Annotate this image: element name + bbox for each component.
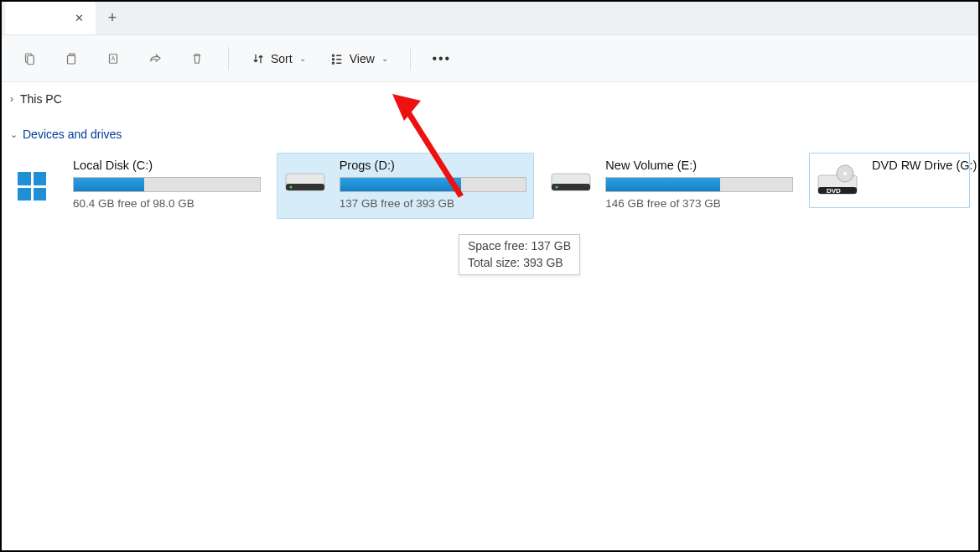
drive-item-progs-d[interactable]: Progs (D:) 137 GB free of 393 GB xyxy=(277,153,535,219)
windows-drive-icon xyxy=(18,159,63,210)
svg-rect-1 xyxy=(28,55,34,65)
drive-name: Local Disk (C:) xyxy=(73,159,261,172)
copy-button[interactable] xyxy=(54,42,89,76)
drive-item-local-disk-c[interactable]: Local Disk (C:) 60.4 GB free of 98.0 GB xyxy=(10,153,268,219)
drive-item-new-volume-e[interactable]: New Volume (E:) 146 GB free of 373 GB xyxy=(542,153,801,219)
storage-bar xyxy=(605,177,793,192)
delete-button[interactable] xyxy=(179,42,215,76)
new-tab-button[interactable]: + xyxy=(96,1,129,34)
tab-bar: ✕ + xyxy=(2,2,978,35)
more-button[interactable]: ••• xyxy=(424,42,459,76)
breadcrumb-bar[interactable]: › This PC xyxy=(2,82,978,116)
drive-free-text: 146 GB free of 373 GB xyxy=(605,197,793,210)
storage-bar xyxy=(340,177,527,192)
cut-button[interactable] xyxy=(12,42,47,76)
chevron-down-icon: ⌄ xyxy=(10,129,18,140)
hdd-icon xyxy=(284,159,329,210)
sort-label: Sort xyxy=(271,52,293,65)
separator xyxy=(410,47,411,70)
drive-name: DVD RW Drive (G:) xyxy=(872,159,977,172)
svg-point-10 xyxy=(289,186,292,189)
chevron-down-icon: ⌄ xyxy=(299,54,306,63)
storage-bar xyxy=(73,177,261,192)
dvd-drive-icon: DVD xyxy=(817,159,862,199)
svg-rect-2 xyxy=(68,55,75,64)
paste-button[interactable]: A xyxy=(96,42,131,76)
view-button[interactable]: View ⌄ xyxy=(321,42,397,76)
tooltip-total-size: Total size: 393 GB xyxy=(468,255,571,272)
file-explorer-window: ✕ + A Sort ⌄ View ⌄ ••• xyxy=(0,0,980,552)
chevron-right-icon: › xyxy=(10,93,13,105)
svg-point-5 xyxy=(332,55,334,56)
drive-tooltip: Space free: 137 GB Total size: 393 GB xyxy=(459,234,580,275)
sort-button[interactable]: Sort ⌄ xyxy=(242,42,314,76)
svg-point-13 xyxy=(556,186,558,189)
close-tab-icon[interactable]: ✕ xyxy=(75,12,84,24)
drive-name: New Volume (E:) xyxy=(605,159,793,172)
group-header-devices[interactable]: ⌄ Devices and drives xyxy=(10,128,970,141)
separator xyxy=(228,47,229,70)
tooltip-space-free: Space free: 137 GB xyxy=(468,238,571,255)
share-button[interactable] xyxy=(137,42,173,76)
drive-item-dvd-rw-g[interactable]: DVD DVD RW Drive (G:) xyxy=(809,153,970,208)
svg-point-7 xyxy=(332,62,334,64)
drive-free-text: 137 GB free of 393 GB xyxy=(340,197,527,210)
group-title: Devices and drives xyxy=(23,128,122,141)
drives-row: Local Disk (C:) 60.4 GB free of 98.0 GB … xyxy=(10,153,970,219)
chevron-down-icon: ⌄ xyxy=(381,54,388,63)
drive-name: Progs (D:) xyxy=(340,159,527,172)
breadcrumb-location[interactable]: This PC xyxy=(20,92,62,106)
svg-point-6 xyxy=(332,58,334,60)
hdd-icon xyxy=(550,159,595,210)
tab-active[interactable]: ✕ xyxy=(5,1,96,34)
view-label: View xyxy=(350,52,375,65)
content-area: ⌄ Devices and drives Local Disk (C:) 60.… xyxy=(2,116,978,219)
drive-free-text: 60.4 GB free of 98.0 GB xyxy=(73,197,261,210)
svg-text:A: A xyxy=(111,55,116,61)
svg-text:DVD: DVD xyxy=(827,187,841,195)
toolbar: A Sort ⌄ View ⌄ ••• xyxy=(2,35,978,82)
svg-point-18 xyxy=(843,172,847,175)
